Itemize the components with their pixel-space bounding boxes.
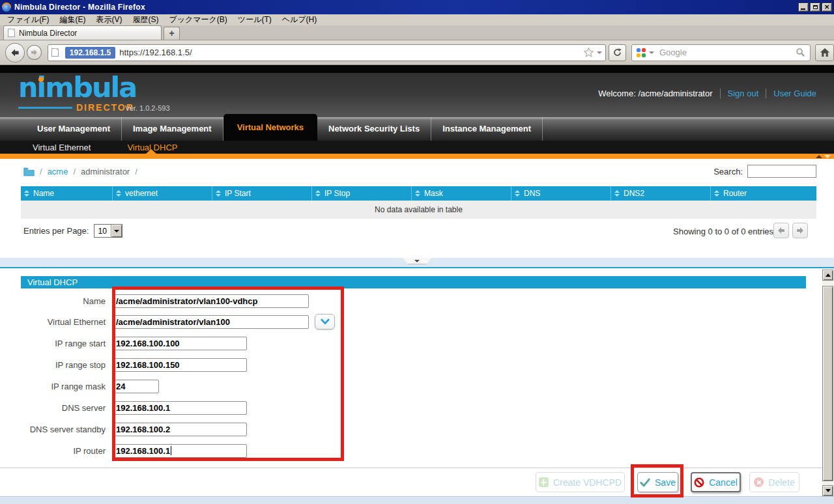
column-header-ip-stop[interactable]: IP Stop [311, 186, 411, 201]
prev-arrow-icon [777, 226, 786, 235]
vertical-scrollbar[interactable] [822, 270, 833, 496]
ip-range-stop-field[interactable]: 192.168.100.150 [112, 358, 247, 372]
column-header-dns[interactable]: DNS [511, 186, 611, 201]
bookmark-dropdown-icon[interactable] [597, 51, 602, 54]
prev-page-button[interactable] [773, 223, 789, 238]
column-header-vethernet[interactable]: vethernet [112, 186, 212, 201]
url-text[interactable]: https://192.168.1.5/ [119, 48, 192, 57]
panel-title: Virtual DHCP [21, 276, 806, 288]
home-icon [820, 48, 830, 57]
site-identity-chip[interactable]: 192.168.1.5 [65, 47, 115, 59]
column-header-ip-start[interactable]: IP Start [212, 186, 311, 201]
search-input[interactable] [747, 165, 816, 178]
scroll-down-button[interactable] [822, 485, 833, 496]
list-pane: / acme / administrator / Search: Name ve… [0, 159, 834, 258]
reload-icon [612, 48, 622, 57]
close-button[interactable] [822, 3, 832, 12]
engine-dropdown-icon[interactable] [649, 51, 654, 54]
table-header: Name vethernet IP Start IP Stop Mask DNS… [21, 186, 816, 201]
search-bar[interactable]: Google [631, 44, 811, 61]
tab-image-management[interactable]: Image Management [122, 117, 223, 141]
collapse-down-icon [824, 155, 831, 158]
accent-bar [0, 154, 834, 159]
tab-virtual-networks[interactable]: Virtual Networks [223, 114, 317, 141]
column-header-dns2[interactable]: DNS2 [611, 186, 710, 201]
table-empty-message: No data available in table [21, 201, 816, 219]
field-label-ip-range-stop: IP range stop [0, 360, 112, 370]
select-dropdown-icon[interactable] [111, 225, 122, 237]
menu-view[interactable]: 表示(V) [91, 14, 127, 25]
menu-edit[interactable]: 編集(E) [54, 14, 91, 25]
browser-tab[interactable]: Nimbula Director [3, 25, 162, 40]
sign-out-link[interactable]: Sign out [728, 89, 759, 98]
field-label-ip-range-mask: IP range mask [0, 382, 112, 391]
folder-icon [23, 167, 35, 176]
back-button[interactable] [5, 43, 25, 63]
menu-history[interactable]: 履歴(S) [127, 14, 164, 25]
field-label-ip-router: IP router [0, 446, 112, 456]
cancel-button[interactable]: Cancel [691, 472, 741, 492]
new-tab-button[interactable]: + [164, 27, 180, 40]
dns-server-field[interactable]: 192.168.100.1 [112, 401, 247, 415]
tab-user-management[interactable]: User Management [26, 117, 122, 141]
page-icon [8, 29, 15, 37]
column-header-router[interactable]: Router [710, 186, 816, 201]
sort-icon [415, 190, 420, 197]
virtual-ethernet-dropdown-button[interactable] [315, 314, 335, 329]
virtual-ethernet-field[interactable]: /acme/administrator/vlan100 [112, 315, 309, 329]
splitter-collapse-icon [414, 260, 420, 262]
tab-instance-management[interactable]: Instance Management [431, 117, 543, 141]
save-button[interactable]: Save [637, 472, 678, 492]
column-header-mask[interactable]: Mask [411, 186, 511, 201]
entries-per-page-select[interactable]: 10 [94, 224, 122, 238]
dns-server-standby-field[interactable]: 192.168.100.2 [112, 423, 247, 436]
name-field[interactable]: /acme/administrator/vlan100-vdhcp [112, 294, 309, 308]
home-button[interactable] [815, 44, 834, 61]
minimize-button[interactable] [798, 3, 809, 12]
field-label-name: Name [0, 296, 112, 306]
tab-strip: Nimbula Director + [0, 25, 834, 40]
tab-network-security-lists[interactable]: Network Security Lists [317, 117, 431, 141]
bookmark-star-icon[interactable] [583, 47, 594, 58]
entries-per-page-label: Entries per Page: [23, 226, 89, 236]
pane-collapse-control[interactable] [814, 154, 832, 159]
scroll-up-button[interactable] [822, 270, 833, 281]
ip-range-start-field[interactable]: 192.168.100.100 [112, 337, 247, 350]
column-header-name[interactable]: Name [21, 186, 112, 201]
ip-router-field[interactable]: 192.168.100.1 [112, 444, 247, 458]
no-entry-icon [694, 477, 704, 488]
sort-icon [315, 190, 321, 197]
scrollbar-thumb[interactable] [822, 286, 833, 481]
field-label-dns-server: DNS server [0, 403, 112, 413]
menu-tools[interactable]: ツール(T) [233, 14, 277, 25]
navigation-toolbar: 192.168.1.5 https://192.168.1.5/ Google [0, 40, 834, 65]
google-engine-icon[interactable] [637, 48, 646, 57]
ip-range-mask-field[interactable]: 24 [112, 380, 159, 393]
text-cursor [171, 446, 171, 455]
bottom-strip [0, 496, 834, 504]
menu-file[interactable]: ファイル(F) [2, 14, 54, 25]
url-bar[interactable]: 192.168.1.5 https://192.168.1.5/ [48, 44, 606, 61]
sort-icon [614, 190, 620, 197]
reload-button[interactable] [609, 44, 626, 61]
entries-per-page-value: 10 [94, 227, 111, 236]
next-page-button[interactable] [792, 223, 808, 238]
breadcrumb-administrator[interactable]: administrator [81, 167, 130, 176]
create-vdhcpd-button: Create VDHCPD [536, 472, 625, 492]
sort-icon [216, 190, 221, 197]
user-guide-link[interactable]: User Guide [773, 89, 816, 98]
menu-help[interactable]: ヘルプ(H) [277, 14, 323, 25]
minimize-icon [801, 8, 805, 10]
forward-button[interactable] [27, 45, 42, 60]
app-header: nimbula DIRECTOR Ver. 1.0.2-593 Welcome:… [0, 65, 834, 117]
restore-button[interactable] [810, 3, 820, 12]
magnifier-icon[interactable] [796, 48, 805, 57]
menu-bookmarks[interactable]: ブックマーク(B) [164, 14, 232, 25]
breadcrumb-slash: / [40, 167, 42, 176]
breadcrumb-acme[interactable]: acme [48, 167, 68, 176]
splitter-handle[interactable] [403, 258, 431, 264]
subtab-virtual-ethernet[interactable]: Virtual Ethernet [33, 143, 91, 152]
window-titlebar: Nimbula Director - Mozilla Firefox [0, 0, 834, 14]
sort-icon [116, 190, 121, 197]
search-engine-label: Google [659, 48, 687, 57]
